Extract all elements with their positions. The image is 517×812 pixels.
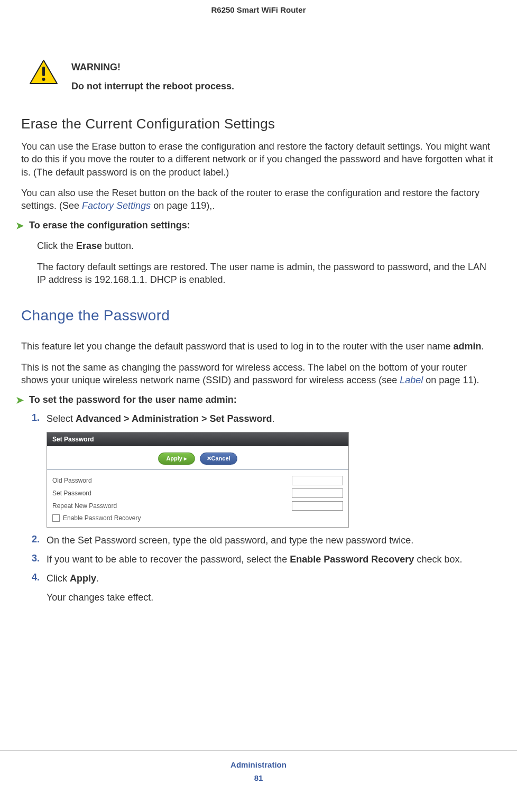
section-heading-erase: Erase the Current Configuration Settings xyxy=(21,116,496,132)
step-number: 2. xyxy=(32,534,47,547)
page-header-title: R6250 Smart WiFi Router xyxy=(21,0,496,14)
task-set-password: ➤ To set the password for the user name … xyxy=(16,394,496,406)
changepw-para-1: This feature let you change the default … xyxy=(21,340,496,353)
text-fragment: check box. xyxy=(414,554,462,565)
text-fragment: . xyxy=(96,573,99,584)
task-erase-config: ➤ To erase the configuration settings: xyxy=(16,220,496,232)
text-fragment: Click xyxy=(47,573,70,584)
text-fragment: This feature let you change the default … xyxy=(21,341,453,352)
task-erase-text: To erase the configuration settings: xyxy=(29,220,190,232)
old-password-row: Old Password xyxy=(52,474,343,487)
set-password-row: Set Password xyxy=(52,487,343,500)
section-heading-change-password: Change the Password xyxy=(21,307,496,324)
footer-chapter: Administration xyxy=(0,760,517,769)
text-fragment: Select xyxy=(47,413,76,424)
step-number: 3. xyxy=(32,553,47,566)
task-set-password-text: To set the password for the user name ad… xyxy=(29,394,237,406)
repeat-password-label: Repeat New Password xyxy=(52,502,292,510)
step-number: 4. xyxy=(32,572,47,585)
text-fragment: Click the xyxy=(37,241,76,251)
warning-label: WARNING! xyxy=(71,62,234,73)
erase-button-name: Erase xyxy=(76,241,102,251)
warning-triangle-icon xyxy=(29,59,58,87)
svg-rect-1 xyxy=(42,67,45,76)
recovery-label: Enable Password Recovery xyxy=(63,514,141,522)
warning-block: WARNING! Do not interrupt the reboot pro… xyxy=(29,59,496,92)
nav-path: Advanced > Administration > Set Password xyxy=(76,413,272,424)
step-number: 1. xyxy=(32,412,47,425)
step-4-result: Your changes take effect. xyxy=(47,591,496,604)
text-fragment: . xyxy=(272,413,274,424)
screenshot-header: Set Password xyxy=(47,432,348,446)
erase-step: Click the Erase button. xyxy=(37,239,496,252)
changepw-para-2: This is not the same as changing the pas… xyxy=(21,361,496,387)
step-2-text: On the Set Password screen, type the old… xyxy=(47,534,413,547)
text-fragment: button. xyxy=(102,241,134,251)
page-footer: Administration 81 xyxy=(0,750,517,782)
text-fragment: If you want to be able to recover the pa… xyxy=(47,554,290,565)
text-fragment: on page 11). xyxy=(423,375,479,385)
step-3: 3. If you want to be able to recover the… xyxy=(32,553,496,566)
apply-button[interactable]: Apply ▸ xyxy=(158,453,195,465)
admin-username: admin xyxy=(453,341,481,352)
set-password-input[interactable] xyxy=(292,488,343,498)
link-factory-settings[interactable]: Factory Settings xyxy=(82,200,151,211)
repeat-password-input[interactable] xyxy=(292,501,343,511)
enable-recovery-checkbox[interactable] xyxy=(52,514,60,522)
text-fragment: . xyxy=(482,341,484,352)
erase-para-1: You can use the Erase button to erase th… xyxy=(21,140,496,179)
old-password-input[interactable] xyxy=(292,476,343,485)
old-password-label: Old Password xyxy=(52,477,292,484)
link-label[interactable]: Label xyxy=(400,375,423,385)
svg-point-2 xyxy=(42,78,45,81)
apply-button-name: Apply xyxy=(70,573,96,584)
erase-result: The factory default settings are restore… xyxy=(37,261,496,287)
step-2: 2. On the Set Password screen, type the … xyxy=(32,534,496,547)
task-arrow-icon: ➤ xyxy=(16,220,24,232)
task-arrow-icon: ➤ xyxy=(16,394,24,406)
repeat-password-row: Repeat New Password xyxy=(52,500,343,512)
footer-page-number: 81 xyxy=(0,773,517,782)
set-password-label: Set Password xyxy=(52,490,292,497)
enable-recovery-option: Enable Password Recovery xyxy=(290,554,414,565)
erase-para-2: You can also use the Reset button on the… xyxy=(21,187,496,213)
text-fragment: on page 119),. xyxy=(151,200,215,211)
recovery-checkbox-row: Enable Password Recovery xyxy=(52,512,343,522)
cancel-button[interactable]: ✕Cancel xyxy=(200,453,237,465)
step-4: 4. Click Apply. xyxy=(32,572,496,585)
warning-message: Do not interrupt the reboot process. xyxy=(71,81,234,92)
set-password-screenshot: Set Password Apply ▸ ✕Cancel Old Passwor… xyxy=(47,432,349,528)
step-1: 1. Select Advanced > Administration > Se… xyxy=(32,412,496,425)
